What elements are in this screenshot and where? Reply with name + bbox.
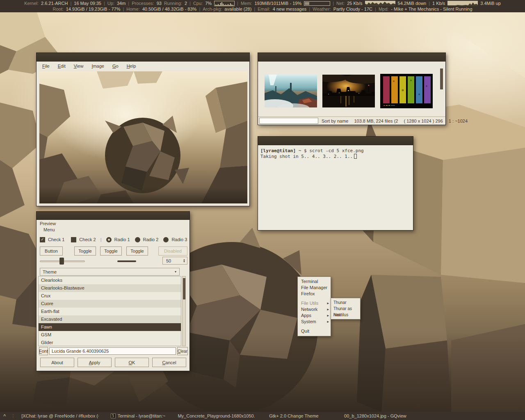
font-button[interactable]: Font	[39, 347, 48, 355]
menu-view[interactable]: View	[70, 62, 88, 70]
cancel-button[interactable]: Cancel	[152, 358, 186, 367]
net-up-total: 3.4MiB up	[480, 1, 501, 6]
theme-list-item[interactable]: GSM	[39, 331, 181, 339]
slider-handle[interactable]	[59, 258, 64, 265]
uptime-label: Up:	[107, 1, 114, 6]
running-value: 2	[185, 1, 187, 6]
preview-menu-item[interactable]: Menu	[43, 227, 55, 232]
submenu-arrow-icon: ▸	[327, 313, 329, 319]
browser-status-bar: Sort by name 103.8 MB, 224 files (2 ( 12…	[258, 116, 445, 125]
check1-label: Check 1	[48, 237, 64, 242]
cpu-value: 7%	[205, 1, 212, 6]
terminal-titlebar[interactable]	[258, 137, 413, 145]
thumbnail-night-city[interactable]	[322, 75, 375, 107]
terminal-prompt: [lyrae@titan]	[260, 148, 296, 153]
terminal-output: Taking shot in 5.. 4.. 3.. 2.. 1..	[260, 154, 353, 159]
menu-item-label: System	[301, 319, 316, 324]
menu-item-network[interactable]: Network▸	[298, 306, 331, 313]
menu-item-terminal[interactable]: Terminal	[298, 278, 331, 285]
task-gtk-theme-switch[interactable]: Gtk+ 2.0 Change Theme	[255, 413, 333, 418]
image-viewer-window: File Edit View Image Go Help	[36, 52, 250, 206]
separator: |	[104, 1, 105, 6]
theme-list-item-selected[interactable]: Fawn	[39, 323, 181, 331]
thumbnail-color-panels[interactable]	[380, 74, 433, 108]
menu-item-apps[interactable]: Apps▸	[298, 313, 331, 319]
chevron-up-icon[interactable]: ^	[3, 413, 6, 418]
menu-file[interactable]: File	[38, 62, 54, 70]
toggle-button-2[interactable]: Toggle	[100, 247, 122, 256]
menu-separator	[298, 325, 331, 328]
radio-dot-icon	[108, 239, 110, 241]
thumbnail-sky-towers[interactable]	[265, 75, 317, 107]
status-bar: Kernel: 2.6.21-ARCH | 16 May 09:35 | Up:…	[0, 0, 525, 12]
toggle-button-3[interactable]: Toggle	[126, 247, 148, 256]
menu-item-label: Apps	[301, 313, 311, 318]
theme-combobox[interactable]: Theme ▾	[40, 268, 180, 276]
viewed-image-concrete-playground[interactable]	[39, 71, 247, 203]
gqview-browser-titlebar[interactable]	[258, 53, 445, 62]
image-viewer-titlebar[interactable]	[37, 53, 249, 62]
theme-list-scrollbar[interactable]	[182, 276, 186, 346]
task-xchat[interactable]: ✕ [XChat: lyrae @ FreeNode / #fluxbox (+…	[21, 413, 99, 418]
radio-selected[interactable]	[106, 237, 112, 242]
radio-unselected[interactable]	[135, 237, 140, 242]
theme-list-item[interactable]: Crux	[39, 292, 181, 300]
task-gqview[interactable]: 00_b_1280x1024.jpg - GQview	[333, 413, 411, 418]
grip-icon[interactable]: ⋮	[11, 413, 15, 419]
submenu-arrow-icon: ▸	[327, 300, 329, 306]
theme-list-item[interactable]: Glider	[39, 339, 181, 346]
checkbox-unchecked[interactable]	[71, 237, 76, 242]
submenu-item-nautilus[interactable]: Nautilus	[331, 312, 360, 318]
kernel-value: 2.6.21-ARCH	[41, 1, 68, 6]
task-image-viewer[interactable]: My_Concrete_Playground-1680x1050.jpg	[177, 413, 255, 418]
submenu-item-thunar-as-root[interactable]: Thunar as root	[331, 306, 360, 312]
font-value-field[interactable]: Lucida Grande 6.400390625	[49, 347, 176, 355]
menu-edit[interactable]: Edit	[54, 62, 70, 70]
net-down-total: 54.2MiB down	[398, 1, 427, 6]
terminal-content[interactable]: [lyrae@titan] ~ $ scrot -cd 5 xfce.pngTa…	[258, 145, 413, 230]
menu-item-file-utils[interactable]: File Utils▸	[298, 300, 331, 306]
spin-arrows[interactable]: ▲▼	[183, 259, 187, 263]
theme-list-item[interactable]: Clearlooks-Blastwave	[39, 284, 181, 292]
apply-button[interactable]: Apply	[78, 358, 112, 367]
preview-button[interactable]: Button	[40, 247, 63, 256]
terminal-icon: 5	[111, 413, 116, 418]
toggle-button-1[interactable]: Toggle	[74, 247, 96, 256]
radio-unselected[interactable]	[163, 237, 169, 242]
root-menu: Terminal File Manager Firefox File Utils…	[297, 276, 331, 336]
clear-button[interactable]: Clear	[177, 347, 188, 355]
menu-help[interactable]: Help	[123, 62, 140, 70]
weather-value: Partly Cloudy - 17C	[333, 7, 372, 11]
browser-scrollbar-thumb[interactable]	[440, 68, 443, 89]
menu-item-quit[interactable]: Quit	[298, 328, 331, 334]
archpkg-value: available (28)	[224, 7, 251, 11]
spin-down-icon[interactable]: ▼	[183, 261, 185, 263]
cpu-label: Cpu:	[193, 1, 203, 6]
theme-switcher-titlebar[interactable]	[37, 212, 189, 220]
menu-go[interactable]: Go	[108, 62, 123, 70]
menu-image[interactable]: Image	[87, 62, 108, 70]
image-viewer-menubar: File Edit View Image Go Help	[37, 62, 249, 71]
net-down-rate: 25 Kb/s	[347, 1, 362, 6]
chevron-down-icon: ▾	[175, 270, 176, 274]
filter-input[interactable]	[259, 118, 318, 124]
theme-list-item[interactable]: Clearlooks	[39, 276, 181, 284]
menu-item-file-manager[interactable]: File Manager	[298, 285, 331, 291]
theme-list-item[interactable]: Earth-flat	[39, 308, 181, 315]
submenu-item-thunar[interactable]: Thunar	[331, 299, 360, 306]
checkbox-checked[interactable]: ✓	[40, 237, 45, 242]
separator: |	[309, 7, 310, 11]
theme-list-item[interactable]: Excavated	[39, 315, 181, 323]
menu-item-system[interactable]: System▸	[298, 319, 331, 325]
scrollbar-thumb[interactable]	[183, 278, 185, 299]
task-terminal[interactable]: 5 Terminal - lyrae@titan:~	[99, 413, 177, 418]
menu-separator	[298, 297, 331, 300]
ok-button[interactable]: OK	[115, 358, 149, 367]
spinbutton[interactable]: 50 ▲▼	[162, 257, 187, 265]
about-button[interactable]: About	[40, 358, 74, 367]
sort-mode[interactable]: Sort by name	[322, 119, 348, 123]
menu-item-firefox[interactable]: Firefox	[298, 291, 331, 297]
theme-list-item[interactable]: Cuore	[39, 300, 181, 308]
datetime: 16 May 09:35	[74, 1, 101, 6]
net-up-graph	[447, 1, 478, 6]
